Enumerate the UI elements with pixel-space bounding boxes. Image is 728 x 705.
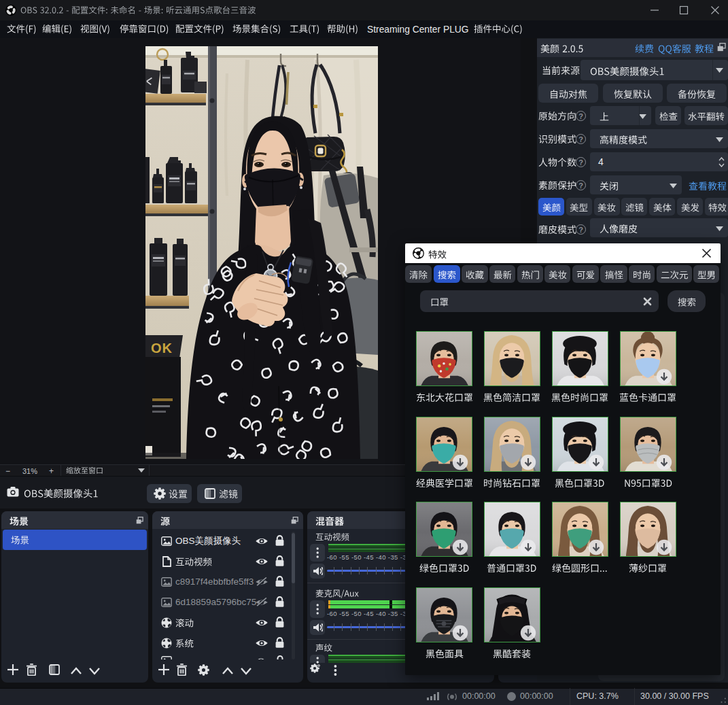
svg-text:OK: OK <box>151 341 173 356</box>
